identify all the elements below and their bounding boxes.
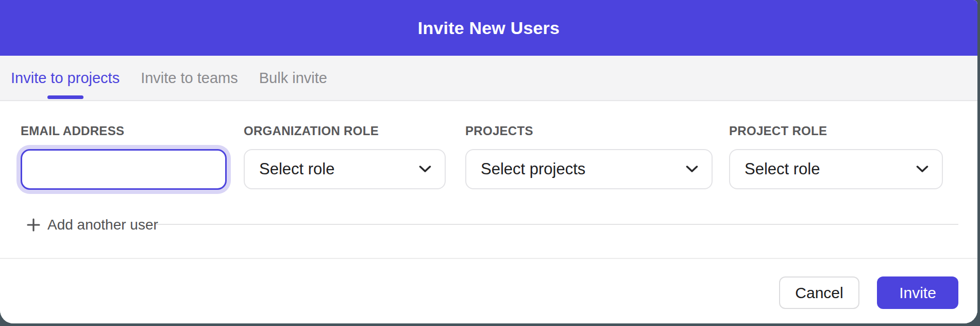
project-role-select[interactable]: Select role — [729, 149, 943, 189]
add-another-user-button[interactable]: Add another user — [27, 217, 158, 233]
email-input[interactable] — [21, 149, 227, 190]
email-address-label: EMAIL ADDRESS — [21, 124, 227, 138]
dialog-footer: Cancel Invite — [0, 258, 977, 323]
tab-label: Bulk invite — [259, 70, 327, 87]
select-value: Select role — [745, 160, 820, 178]
projects-label: PROJECTS — [465, 124, 713, 138]
projects-field-group: PROJECTS Select projects — [465, 124, 713, 189]
chevron-down-icon — [916, 166, 928, 173]
plus-icon — [27, 218, 40, 232]
page-backdrop: Invite New Users Invite to projects Invi… — [0, 0, 980, 326]
add-another-user-label: Add another user — [47, 217, 158, 233]
chevron-down-icon — [419, 166, 431, 173]
chevron-down-icon — [686, 166, 698, 173]
invite-new-users-dialog: Invite New Users Invite to projects Invi… — [0, 0, 977, 323]
invite-button[interactable]: Invite — [877, 276, 958, 309]
tab-label: Invite to projects — [11, 70, 120, 87]
dialog-title: Invite New Users — [0, 0, 977, 56]
cancel-button[interactable]: Cancel — [779, 276, 859, 309]
select-value: Select projects — [481, 160, 585, 178]
tab-invite-to-teams[interactable]: Invite to teams — [141, 56, 238, 100]
email-address-field-group: EMAIL ADDRESS — [21, 124, 227, 190]
organization-role-field-group: ORGANIZATION ROLE Select role — [244, 124, 446, 189]
tab-bulk-invite[interactable]: Bulk invite — [259, 56, 327, 100]
organization-role-label: ORGANIZATION ROLE — [244, 124, 446, 138]
projects-select[interactable]: Select projects — [465, 149, 713, 189]
invite-form: EMAIL ADDRESS ORGANIZATION ROLE Select r… — [0, 102, 977, 258]
project-role-label: PROJECT ROLE — [729, 124, 943, 138]
project-role-field-group: PROJECT ROLE Select role — [729, 124, 943, 189]
tab-bar: Invite to projects Invite to teams Bulk … — [0, 56, 977, 101]
select-value: Select role — [259, 160, 334, 178]
organization-role-select[interactable]: Select role — [244, 149, 446, 189]
active-tab-indicator — [47, 95, 83, 99]
tab-label: Invite to teams — [141, 70, 238, 87]
add-user-divider — [156, 224, 958, 225]
tab-invite-to-projects[interactable]: Invite to projects — [11, 56, 120, 100]
dialog-header: Invite New Users — [0, 0, 977, 56]
